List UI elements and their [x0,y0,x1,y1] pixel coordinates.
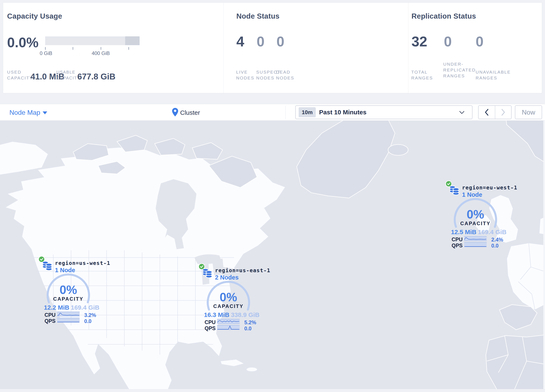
dead-nodes-label: DEAD NODES [276,69,297,81]
axis-tick-label: 0 GiB [40,50,52,56]
capacity-percent: 0.0% [7,35,38,50]
axis-tick [45,47,46,50]
panel-divider [223,3,224,93]
qps-sparkline [217,324,240,330]
cpu-percent-value: 5.2% [244,319,256,325]
capacity-gauge-percent: 0% [212,290,245,304]
region-used-capacity: 12.5 MiB [451,229,477,236]
time-range-select[interactable]: 10m Past 10 Minutes [295,105,472,119]
qps-value: 0.0 [491,243,499,249]
capacity-usage-title: Capacity Usage [7,12,62,20]
cpu-percent-value: 3.2% [84,312,96,318]
used-capacity-label: USED CAPACITY [7,69,32,81]
usable-capacity-value: 677.8 GiB [77,72,115,81]
location-pin-icon [172,108,179,117]
live-nodes-count: 4 [236,33,244,50]
caret-down-icon [43,112,47,114]
suspect-nodes-count: 0 [257,33,265,50]
cpu-sparkline [57,311,80,317]
cpu-percent-value: 2.4% [491,237,503,243]
node-map: region=us-west-1 1 Node 0% CAPACITY 12.2… [0,121,545,389]
breadcrumb[interactable]: Cluster [180,109,200,116]
iceland-landmass [388,144,408,155]
qps-sparkline [464,242,487,248]
view-selector-dropdown[interactable]: Node Map [9,109,40,117]
world-map [0,121,545,389]
chevron-left-icon [484,109,489,116]
cpu-row-label: CPU [452,236,463,243]
region-name: region=eu-west-1 [462,185,517,191]
region-used-capacity: 16.3 MiB [204,311,229,318]
qps-row-label: QPS [204,325,216,331]
usable-capacity-label: USABLE CAPACITY [56,69,78,81]
qps-row-label: QPS [44,318,56,324]
cpu-sparkline [217,318,240,324]
now-button-label: Now [522,108,535,116]
qps-value: 0.0 [84,318,92,324]
time-range-badge: 10m [299,107,316,117]
next-interval-button[interactable] [495,106,511,119]
capacity-bar-reserved-segment [125,36,140,45]
total-ranges-count: 32 [411,33,427,50]
region-name: region=us-west-1 [55,260,110,266]
chevron-down-icon [459,111,464,114]
cluster-summary-bar: Capacity Usage 0.0% 0 GiB 400 GiB USED C… [3,2,542,93]
toolbar-divider [285,106,286,119]
capacity-gauge-percent: 0% [459,207,492,221]
cpu-row-label: CPU [44,312,56,318]
view-selector-label: Node Map [9,109,40,116]
region-marker-us-east-1[interactable]: region=us-east-1 2 Nodes 0% CAPACITY 16.… [199,269,261,332]
region-total-capacity: 338.9 GiB [231,311,258,318]
chevron-right-icon [501,109,506,116]
qps-row-label: QPS [452,243,463,249]
axis-tick-label: 400 GiB [92,50,110,56]
region-total-capacity: 169.4 GiB [71,304,98,311]
database-icon [202,268,212,278]
qps-value: 0.0 [244,325,252,332]
unavailable-label: UNAVAILABLE RANGES [476,69,512,81]
region-used-capacity: 12.2 MiB [44,304,69,311]
live-nodes-label: LIVE NODES [236,69,257,81]
time-step-buttons [478,105,512,119]
previous-interval-button[interactable] [478,106,495,119]
region-total-capacity: 169.4 GiB [478,229,505,236]
capacity-gauge-label: CAPACITY [208,303,249,309]
qps-sparkline [57,317,80,323]
region-marker-us-west-1[interactable]: region=us-west-1 1 Node 0% CAPACITY 12.2… [39,262,101,324]
under-replicated-count: 0 [444,33,452,50]
region-marker-eu-west-1[interactable]: region=eu-west-1 1 Node 0% CAPACITY 12.5… [446,186,508,249]
map-toolbar: Node Map Cluster 10m Past 10 Minutes Now [0,104,545,121]
africa-landmass [486,335,545,389]
capacity-gauge-label: CAPACITY [454,221,496,226]
total-ranges-label: TOTAL RANGES [411,69,435,81]
unavailable-count: 0 [476,33,483,50]
node-status-title: Node Status [236,12,279,20]
database-icon [42,260,52,271]
now-button[interactable]: Now [515,105,542,119]
capacity-gauge-label: CAPACITY [47,296,89,302]
under-replicated-label: UNDER-REPLICATED RANGES [443,61,478,79]
axis-tick [73,47,73,50]
time-range-label: Past 10 Minutes [319,106,366,119]
axis-tick [129,47,129,50]
cpu-row-label: CPU [204,319,216,325]
axis-tick [101,47,101,50]
dead-nodes-count: 0 [277,33,285,50]
region-name: region=us-east-1 [215,268,270,274]
panel-divider [408,3,408,93]
database-icon [449,185,459,195]
capacity-gauge-percent: 0% [52,283,85,297]
replication-status-title: Replication Status [411,12,476,20]
map-edge-strip [543,121,545,389]
capacity-bar [45,36,140,45]
cpu-sparkline [464,236,487,242]
